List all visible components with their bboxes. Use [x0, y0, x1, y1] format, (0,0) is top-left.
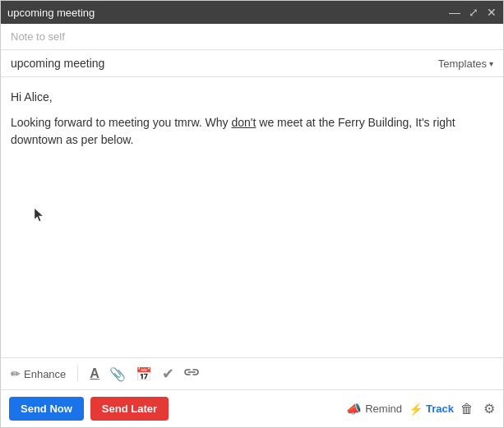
checkmark-icon[interactable]: ✔ [162, 365, 174, 383]
email-paragraph: Looking forward to meeting you tmrw. Why… [11, 114, 493, 149]
note-to-self-bar[interactable]: Note to self [1, 24, 503, 50]
enhance-button[interactable]: ✏ Enhance [11, 367, 66, 380]
expand-button[interactable]: ⤢ [469, 7, 479, 18]
window-title: upcoming meeting [7, 7, 95, 19]
link-icon[interactable] [184, 368, 199, 380]
action-right: 🗑 ⚙ [460, 401, 495, 416]
templates-label: Templates [438, 58, 487, 70]
trash-button[interactable]: 🗑 [460, 402, 474, 416]
subject-text: upcoming meeting [11, 57, 104, 70]
chevron-down-icon: ▾ [489, 59, 493, 68]
note-to-self-placeholder: Note to self [11, 30, 65, 43]
title-bar-controls: — ⤢ ✕ [449, 7, 497, 18]
cursor-icon [34, 209, 44, 222]
remind-button[interactable]: 📣 Remind [346, 402, 402, 416]
subject-bar: upcoming meeting Templates ▾ [1, 50, 503, 77]
font-icon[interactable]: A [90, 366, 99, 381]
email-body[interactable]: Hi Alice, Looking forward to meeting you… [1, 77, 503, 357]
close-button[interactable]: ✕ [487, 7, 497, 18]
toolbar: ✏ Enhance A 📎 📅 ✔ [1, 357, 503, 389]
gear-button[interactable]: ⚙ [483, 401, 495, 416]
pencil-icon: ✏ [11, 367, 21, 380]
enhance-label: Enhance [24, 368, 66, 380]
email-greeting: Hi Alice, [11, 89, 493, 106]
remind-icon: 📣 [346, 402, 362, 416]
minimize-button[interactable]: — [449, 7, 460, 18]
send-later-button[interactable]: Send Later [90, 397, 169, 421]
track-button[interactable]: ⚡ Track [409, 403, 454, 416]
toolbar-divider [77, 366, 78, 382]
templates-button[interactable]: Templates ▾ [438, 58, 493, 70]
track-label: Track [426, 403, 454, 415]
action-bar: Send Now Send Later 📣 Remind ⚡ Track 🗑 ⚙ [1, 389, 503, 427]
lightning-icon: ⚡ [409, 403, 423, 416]
title-bar: upcoming meeting — ⤢ ✕ [1, 1, 503, 24]
dont-word: don't [231, 116, 256, 129]
attachment-icon[interactable]: 📎 [109, 366, 126, 382]
calendar-icon[interactable]: 📅 [136, 366, 152, 382]
email-window: upcoming meeting — ⤢ ✕ Note to self upco… [0, 0, 504, 428]
remind-label: Remind [365, 403, 402, 415]
send-now-button[interactable]: Send Now [9, 397, 84, 421]
